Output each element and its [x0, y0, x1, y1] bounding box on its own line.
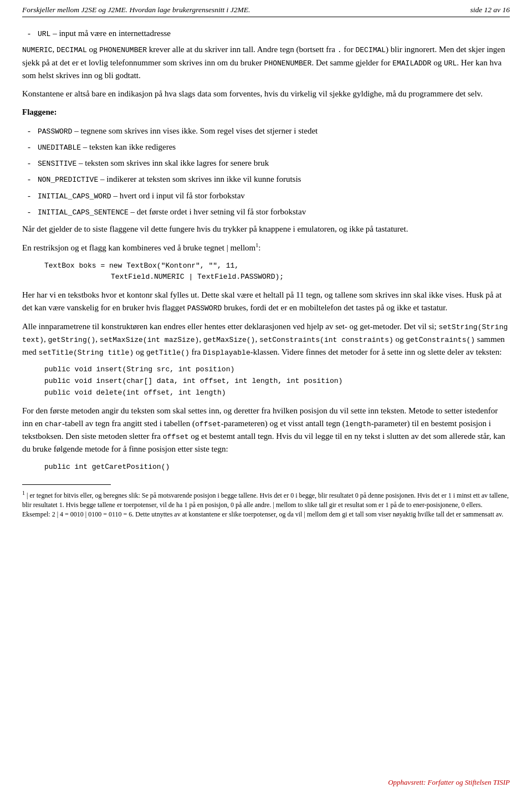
displayable-code: Displayable	[203, 349, 250, 357]
footer: Opphavsrett: Forfatter og Stiftelsen TIS…	[388, 778, 510, 787]
offset-code: offset	[195, 420, 221, 428]
alle-innparam-paragraph: Alle innparametrene til konstruktøren ka…	[22, 320, 510, 359]
konstantene-paragraph: Konstantene er altså bare en indikasjon …	[22, 88, 510, 100]
page-header: Forskjeller mellom J2SE og J2ME. Hvordan…	[22, 6, 510, 17]
setmaxsize-code: setMaxSize(int mazSize)	[100, 336, 199, 344]
code-getcaret: public int getCaretPosition()	[44, 462, 510, 473]
decimal-code: DECIMAL	[57, 46, 87, 54]
url2-code: URL	[444, 59, 457, 68]
for-den-paragraph: For den første metoden angir du teksten …	[22, 405, 510, 456]
code-block-textbox: TextBox boks = new TextBox("Kontonr", ""…	[44, 260, 510, 284]
bullet-dash: -	[28, 27, 38, 40]
url-item: - URL – input må være en internettadress…	[28, 27, 510, 40]
decimal2-code: DECIMAL	[356, 46, 386, 54]
footnote-section: 1 | er tegnet for bitvis eller, og bereg…	[22, 489, 510, 520]
decimal-ref-code: .	[337, 46, 342, 54]
footer-text: Opphavsrett: Forfatter og Stiftelsen TIS…	[388, 778, 510, 786]
phonenumber-code: PHONENUMBER	[99, 46, 147, 54]
code-insert1: public void insert(String src, int posit…	[44, 364, 510, 376]
code-delete: public void delete(int offset, int lengt…	[44, 387, 510, 399]
header-page: side 12 av 16	[470, 6, 510, 14]
initial-caps-word-item: - INITIAL_CAPS_WORD – hvert ord i input …	[28, 190, 510, 202]
url-text: URL – input må være en internettadresse	[38, 27, 510, 40]
emailaddr-code: EMAILADDR	[392, 59, 431, 68]
non-predictive-code: NON_PREDICTIVE	[38, 176, 98, 184]
initial-caps-sentence-item: - INITIAL_CAPS_SENTENCE – det første ord…	[28, 206, 510, 218]
url-code: URL	[38, 30, 50, 38]
password-item: - PASSWORD – tegnene som skrives inn vis…	[28, 125, 510, 137]
phonenumber2-code: PHONENUMBER	[264, 59, 312, 68]
code-line-1: TextBox boks = new TextBox("Kontonr", ""…	[44, 260, 510, 272]
getconstraints-code: getConstraints()	[406, 336, 475, 344]
gettitle-code: getTitle()	[146, 349, 190, 357]
sensitive-item: - SENSITIVE – teksten som skrives inn sk…	[28, 157, 510, 170]
header-title: Forskjeller mellom J2SE og J2ME. Hvordan…	[22, 6, 250, 14]
getmaxsize-code: getMaxSize()	[203, 336, 255, 344]
main-content: - URL – input må være en internettadress…	[22, 27, 510, 520]
settitle-code: setTitle(String title)	[39, 349, 134, 357]
password-code: PASSWORD	[38, 127, 72, 136]
flaggene-heading: Flaggene:	[22, 106, 510, 119]
sensitive-code: SENSITIVE	[38, 160, 76, 168]
numeric-paragraph: NUMERIC, DECIMAL og PHONENUMBER krever a…	[22, 43, 510, 82]
numeric-code: NUMERIC	[22, 46, 53, 54]
code-block-methods: public void insert(String src, int posit…	[44, 364, 510, 398]
initial-caps-sentence-code: INITIAL_CAPS_SENTENCE	[38, 208, 129, 217]
footnote-number: 1	[22, 490, 25, 496]
en-restriksjon-paragraph: En restriksjon og et flagg kan kombinere…	[22, 241, 510, 254]
footnote-divider	[22, 484, 111, 485]
password-ref-code: PASSWORD	[187, 304, 222, 313]
code-line-2: TextField.NUMERIC | TextField.PASSWORD);	[111, 272, 510, 283]
uneditable-code: UNEDITABLE	[38, 144, 81, 152]
uneditable-item: - UNEDITABLE – teksten kan ikke redigere…	[28, 141, 510, 154]
naar-det-paragraph: Når det gjelder de to siste flaggene vil…	[22, 223, 510, 236]
code-insert2: public void insert(char[] data, int offs…	[44, 376, 510, 387]
footnote-ref-1: 1	[255, 242, 258, 248]
code-block-getcaret: public int getCaretPosition()	[44, 462, 510, 473]
char-code: char	[45, 420, 62, 428]
her-har-paragraph: Her har vi en tekstboks hvor et kontonr …	[22, 289, 510, 315]
initial-caps-word-code: INITIAL_CAPS_WORD	[38, 192, 111, 201]
length-code: length	[345, 420, 371, 428]
getstring-code: getString()	[48, 336, 96, 344]
offset2-code: offset	[163, 433, 189, 441]
setconstraints-code: setConstraints(int constraints)	[259, 336, 393, 344]
non-predictive-item: - NON_PREDICTIVE – indikerer at teksten …	[28, 173, 510, 186]
